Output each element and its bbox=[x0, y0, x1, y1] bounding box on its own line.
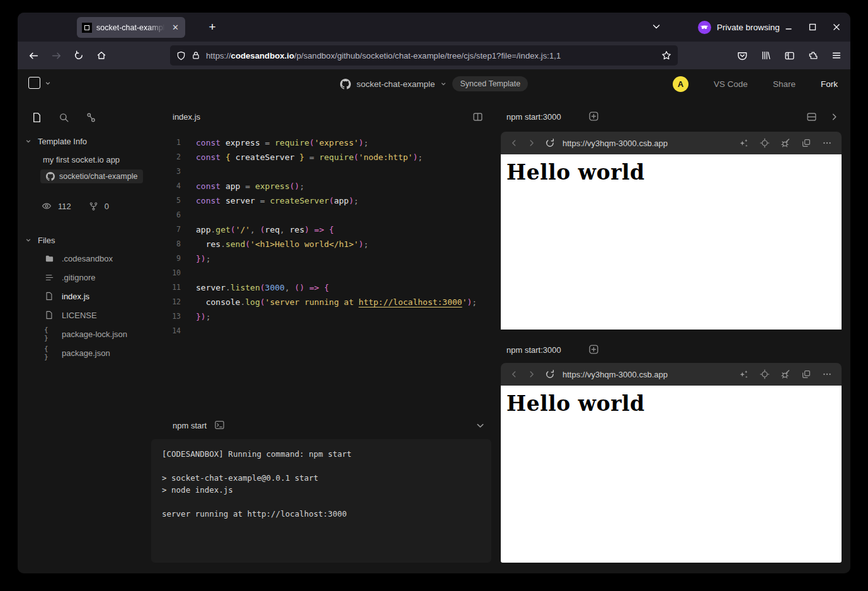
github-icon bbox=[46, 172, 55, 181]
debug-inspect-icon[interactable] bbox=[780, 138, 791, 148]
line-number: 12 bbox=[151, 295, 181, 309]
chevron-right-icon[interactable] bbox=[830, 112, 839, 122]
line-number: 8 bbox=[151, 237, 181, 251]
files-header[interactable]: Files bbox=[25, 231, 159, 249]
duplicate-icon[interactable] bbox=[801, 138, 811, 148]
explorer-file-icon[interactable] bbox=[28, 108, 45, 126]
split-editor-icon[interactable] bbox=[472, 112, 483, 122]
bookmark-star-icon[interactable] bbox=[661, 50, 671, 60]
forks-count: 0 bbox=[105, 202, 109, 211]
split-preview-icon[interactable] bbox=[806, 112, 817, 122]
preview-back-icon[interactable] bbox=[510, 370, 518, 379]
code-editor[interactable]: 1const express = require('express');2con… bbox=[151, 135, 477, 338]
sidebar-toggle-icon[interactable] bbox=[784, 50, 795, 61]
url-bar[interactable]: https://codesandbox.io/p/sandbox/github/… bbox=[170, 45, 678, 66]
preview-browser-bar-2: https://vy3hqm-3000.csb.app bbox=[501, 363, 842, 386]
preview-reload-icon[interactable] bbox=[545, 138, 555, 148]
browser-window: socket-chat-example - Co ✕ + Private bro… bbox=[18, 13, 850, 573]
code-line[interactable]: 9}); bbox=[151, 251, 477, 266]
code-line[interactable]: 4const app = express(); bbox=[151, 179, 477, 193]
add-preview-icon[interactable] bbox=[588, 111, 599, 122]
code-line[interactable]: 2const { createServer } = require('node:… bbox=[151, 150, 477, 164]
code-line[interactable]: 3 bbox=[151, 164, 477, 179]
template-info-header[interactable]: Template Info bbox=[25, 132, 159, 150]
nav-toolbar: https://codesandbox.io/p/sandbox/github/… bbox=[18, 42, 850, 69]
private-browsing-indicator: Private browsing bbox=[698, 13, 780, 42]
preview-browser-bar-1: https://vy3hqm-3000.csb.app bbox=[501, 132, 842, 154]
ai-sparkles-icon[interactable] bbox=[739, 369, 749, 379]
file-row[interactable]: .gitignore bbox=[25, 268, 159, 287]
preview-back-icon[interactable] bbox=[510, 139, 518, 147]
terminal-output[interactable]: [CODESANDBOX] Running command: npm start… bbox=[151, 439, 491, 563]
crosshair-icon[interactable] bbox=[760, 138, 770, 148]
collapse-terminal-icon[interactable] bbox=[476, 421, 485, 430]
code-line[interactable]: 12 console.log('server running at http:/… bbox=[151, 295, 477, 309]
tab-close-icon[interactable]: ✕ bbox=[171, 22, 180, 33]
duplicate-icon[interactable] bbox=[801, 369, 811, 379]
new-tab-button[interactable]: + bbox=[204, 20, 220, 35]
file-row[interactable]: { }package-lock.json bbox=[25, 324, 159, 343]
search-icon[interactable] bbox=[55, 108, 72, 126]
file-name: package.json bbox=[62, 348, 110, 358]
debug-inspect-icon[interactable] bbox=[780, 369, 791, 379]
preview-tab-2[interactable]: npm start:3000 bbox=[506, 345, 561, 355]
pocket-icon[interactable] bbox=[737, 50, 748, 61]
file-icon bbox=[44, 292, 54, 301]
preview-tab-bar-2: npm start:3000 bbox=[501, 340, 842, 362]
terminal-icon[interactable] bbox=[214, 420, 225, 430]
lock-icon[interactable] bbox=[191, 51, 200, 60]
code-line[interactable]: 11server.listen(3000, () => { bbox=[151, 280, 477, 295]
browser-tab[interactable]: socket-chat-example - Co ✕ bbox=[77, 17, 185, 38]
braces-icon: { } bbox=[44, 345, 54, 361]
file-row[interactable]: { }package.json bbox=[25, 343, 159, 362]
reload-icon[interactable] bbox=[69, 46, 88, 65]
sidebar: Template Info my first socket.io app soc… bbox=[25, 132, 159, 362]
maximize-icon[interactable] bbox=[804, 18, 821, 36]
home-icon[interactable] bbox=[92, 46, 111, 65]
preview-forward-icon[interactable] bbox=[527, 139, 536, 147]
terminal-line: server running at http://localhost:3000 bbox=[162, 508, 491, 520]
terminal-title[interactable]: npm start bbox=[173, 421, 207, 430]
chevron-down-icon bbox=[25, 237, 31, 243]
more-options-icon[interactable] bbox=[822, 138, 832, 148]
devtools-graph-icon[interactable] bbox=[82, 108, 100, 126]
preview-tab-1[interactable]: npm start:3000 bbox=[506, 112, 561, 122]
list-all-tabs-icon[interactable] bbox=[651, 21, 661, 32]
file-row[interactable]: .codesandbox bbox=[25, 249, 159, 268]
file-name: package-lock.json bbox=[62, 330, 127, 339]
code-line[interactable]: 13}); bbox=[151, 309, 477, 324]
preview-viewport-1[interactable]: Hello world bbox=[501, 154, 842, 330]
library-icon[interactable] bbox=[761, 50, 771, 60]
close-window-icon[interactable] bbox=[828, 18, 845, 36]
code-line[interactable]: 14 bbox=[151, 324, 477, 338]
code-line[interactable]: 10 bbox=[151, 266, 477, 280]
preview-reload-icon[interactable] bbox=[545, 369, 555, 379]
forks-icon bbox=[89, 202, 98, 211]
extensions-icon[interactable] bbox=[808, 50, 818, 60]
tracking-shield-icon[interactable] bbox=[176, 51, 186, 60]
add-preview-icon[interactable] bbox=[588, 344, 599, 355]
preview-url-1[interactable]: https://vy3hqm-3000.csb.app bbox=[562, 139, 739, 148]
menu-icon[interactable] bbox=[831, 50, 842, 60]
back-icon[interactable] bbox=[24, 46, 43, 65]
code-line[interactable]: 5const server = createServer(app); bbox=[151, 193, 477, 208]
codesandbox-app: socket-chat-example Synced Template A VS… bbox=[18, 69, 850, 573]
code-line[interactable]: 6 bbox=[151, 208, 477, 222]
file-row[interactable]: LICENSE bbox=[25, 306, 159, 324]
preview-panel: npm start:3000 https://vy3hqm-3000.csb.a bbox=[501, 69, 842, 573]
folder-icon bbox=[44, 254, 54, 263]
code-line[interactable]: 7app.get('/', (req, res) => { bbox=[151, 222, 477, 237]
preview-forward-icon[interactable] bbox=[527, 370, 536, 379]
preview-viewport-2[interactable]: Hello world bbox=[501, 386, 842, 563]
forward-icon[interactable] bbox=[47, 46, 66, 65]
template-repo-link[interactable]: socketio/chat-example bbox=[40, 169, 143, 183]
file-row[interactable]: index.js bbox=[25, 287, 159, 306]
ai-sparkles-icon[interactable] bbox=[739, 138, 749, 148]
minimize-icon[interactable] bbox=[780, 18, 797, 36]
crosshair-icon[interactable] bbox=[760, 369, 770, 379]
preview-url-2[interactable]: https://vy3hqm-3000.csb.app bbox=[562, 370, 739, 379]
code-line[interactable]: 1const express = require('express'); bbox=[151, 135, 477, 150]
more-options-icon[interactable] bbox=[822, 369, 832, 379]
editor-tab-indexjs[interactable]: index.js bbox=[173, 112, 200, 122]
code-line[interactable]: 8 res.send('<h1>Hello world</h1>'); bbox=[151, 237, 477, 251]
